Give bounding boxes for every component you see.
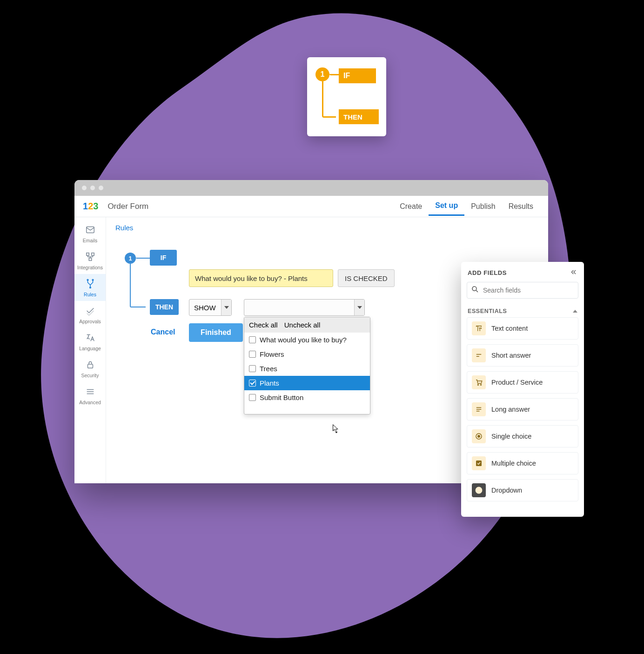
dropdown-item-label: Plants	[260, 379, 279, 387]
action-value: SHOW	[194, 304, 216, 312]
svg-rect-0	[86, 227, 94, 233]
checkbox-checked-icon[interactable]	[249, 380, 256, 387]
window-titlebar	[74, 180, 548, 196]
field-label: Short answer	[491, 352, 531, 359]
field-label: Long answer	[491, 406, 530, 413]
dropdown-item[interactable]: Submit Button	[244, 390, 370, 405]
menu-icon	[85, 387, 95, 398]
field-single-choice[interactable]: Single choice	[467, 425, 578, 447]
text-icon	[472, 321, 486, 335]
dropdown-item-label: Trees	[260, 365, 277, 373]
checkbox-icon[interactable]	[249, 394, 256, 401]
dropdown-item-label: Flowers	[260, 350, 284, 358]
condition-field[interactable]: What would you like to buy? - Plants	[189, 269, 333, 287]
svg-point-12	[477, 435, 480, 438]
collapse-icon[interactable]	[570, 268, 577, 277]
field-label: Dropdown	[491, 487, 522, 494]
connector-line	[322, 81, 336, 118]
svg-rect-13	[476, 460, 482, 466]
svg-point-10	[480, 384, 481, 385]
svg-rect-3	[89, 258, 92, 261]
caret-down-icon	[224, 306, 229, 309]
sidebar-item-language[interactable]: Language	[74, 328, 106, 355]
dropdown-toolbar: Check all Uncheck all	[244, 317, 370, 333]
connector-line	[136, 258, 150, 259]
caret-button[interactable]	[221, 300, 231, 315]
svg-rect-7	[87, 364, 93, 368]
sidebar-label: Emails	[83, 238, 98, 243]
sidebar-item-emails[interactable]: Emails	[74, 220, 106, 247]
sidebar-label: Approvals	[79, 319, 101, 324]
sidebar-label: Security	[81, 373, 99, 378]
top-nav: 123 Order Form Create Set up Publish Res…	[74, 196, 548, 217]
target-select[interactable]	[244, 299, 365, 316]
svg-rect-2	[91, 253, 94, 256]
integrations-icon	[85, 252, 95, 263]
sidebar-label: Rules	[84, 292, 96, 297]
checkbox-icon[interactable]	[249, 365, 256, 372]
breadcrumb[interactable]: Rules	[106, 217, 548, 238]
tab-setup[interactable]: Set up	[429, 197, 464, 216]
field-product-service[interactable]: Product / Service	[467, 371, 578, 394]
tab-create[interactable]: Create	[393, 198, 429, 215]
dropdown-item[interactable]: Flowers	[244, 347, 370, 361]
logo-123: 123	[83, 201, 98, 212]
checkbox-icon[interactable]	[249, 336, 256, 343]
sidebar-item-integrations[interactable]: Integrations	[74, 247, 106, 274]
sidebar-label: Advanced	[79, 400, 101, 405]
then-chip: THEN	[150, 299, 179, 315]
search-icon	[471, 285, 479, 295]
condition-operator[interactable]: IS CHECKED	[338, 269, 395, 287]
cursor-icon	[333, 424, 340, 435]
dropdown-item[interactable]: Trees	[244, 361, 370, 376]
window-dot	[90, 186, 95, 190]
rule-number-badge: 1	[125, 253, 136, 264]
checkbox-icon[interactable]	[249, 351, 256, 358]
svg-rect-1	[86, 253, 89, 256]
section-title: ESSENTIALS	[468, 308, 507, 314]
field-label: Multiple choice	[491, 460, 536, 467]
field-dropdown[interactable]: Dropdown	[467, 479, 578, 501]
lock-icon	[85, 360, 95, 371]
dropdown-icon	[472, 483, 486, 497]
short-answer-icon	[472, 348, 486, 362]
dropdown-item-label: Submit Button	[260, 394, 303, 401]
uncheck-all-link[interactable]: Uncheck all	[284, 321, 321, 329]
radio-icon	[472, 429, 486, 443]
sidebar-item-security[interactable]: Security	[74, 355, 106, 382]
field-short-answer[interactable]: Short answer	[467, 344, 578, 367]
finished-button[interactable]: Finished	[189, 323, 243, 342]
connector-line	[130, 264, 146, 307]
field-long-answer[interactable]: Long answer	[467, 398, 578, 420]
cancel-button[interactable]: Cancel	[151, 328, 175, 336]
panel-title: ADD FIELDS	[468, 269, 507, 276]
svg-point-8	[472, 287, 476, 291]
dropdown-item-label: What would you like to buy?	[260, 336, 347, 344]
check-all-link[interactable]: Check all	[249, 321, 278, 329]
field-multiple-choice[interactable]: Multiple choice	[467, 452, 578, 474]
field-label: Product / Service	[491, 379, 543, 386]
action-select[interactable]: SHOW	[189, 299, 232, 316]
svg-point-9	[477, 384, 478, 385]
sidebar-label: Language	[79, 346, 101, 351]
search-fields-input-wrapper[interactable]	[467, 282, 578, 299]
checkbox-icon	[472, 456, 486, 470]
search-input[interactable]	[483, 287, 574, 294]
caret-button[interactable]	[354, 300, 364, 315]
tab-results[interactable]: Results	[502, 198, 540, 215]
sidebar-item-rules[interactable]: Rules	[74, 274, 106, 301]
if-chip: IF	[150, 250, 177, 266]
field-text-content[interactable]: Text content	[467, 317, 578, 340]
dropdown-item[interactable]: What would you like to buy?	[244, 333, 370, 347]
tab-publish[interactable]: Publish	[464, 198, 502, 215]
caret-down-icon	[357, 306, 362, 309]
long-answer-icon	[472, 402, 486, 416]
chevron-up-icon[interactable]	[573, 310, 577, 313]
check-icon	[85, 306, 95, 317]
dropdown-item-selected[interactable]: Plants	[244, 376, 370, 390]
logic-step-number: 1	[315, 67, 329, 81]
sidebar-item-advanced[interactable]: Advanced	[74, 382, 106, 409]
branch-icon	[85, 279, 95, 290]
sidebar-item-approvals[interactable]: Approvals	[74, 301, 106, 328]
cart-icon	[472, 375, 486, 389]
